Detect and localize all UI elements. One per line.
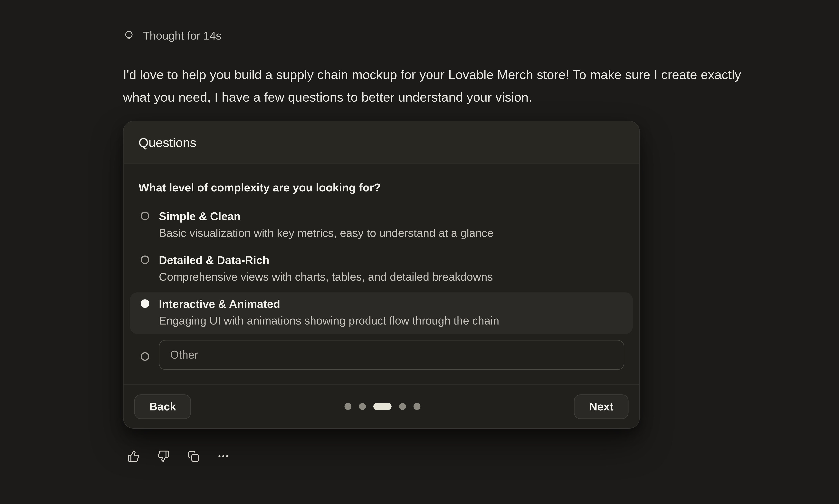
next-button[interactable]: Next (574, 394, 628, 419)
thought-label: Thought for 14s (143, 29, 222, 42)
message-actions (127, 450, 839, 462)
option-other[interactable] (130, 336, 633, 374)
pagination-dot[interactable] (414, 403, 421, 410)
radio-button[interactable] (141, 352, 149, 361)
questions-card-footer: Back Next (124, 384, 639, 428)
card-title: Questions (139, 135, 196, 150)
option-interactive-animated[interactable]: Interactive & Animated Engaging UI with … (130, 292, 633, 334)
option-description: Comprehensive views with charts, tables,… (159, 268, 493, 286)
radio-button[interactable] (141, 212, 149, 220)
pagination-dots (345, 403, 421, 410)
back-button[interactable]: Back (134, 394, 191, 419)
questions-card-header: Questions (124, 121, 639, 164)
thumbs-down-button[interactable] (157, 450, 170, 462)
thumbs-up-icon (127, 450, 140, 462)
pagination-dot[interactable] (399, 403, 406, 410)
options-list: Simple & Clean Basic visualization with … (130, 205, 633, 374)
option-simple-clean[interactable]: Simple & Clean Basic visualization with … (130, 205, 633, 247)
radio-button[interactable] (141, 299, 149, 308)
pagination-dot-active[interactable] (373, 403, 392, 410)
pagination-dot[interactable] (359, 403, 366, 410)
lightbulb-icon (123, 30, 135, 42)
question-text: What level of complexity are you looking… (139, 181, 624, 194)
option-label: Simple & Clean (159, 209, 493, 224)
thumbs-down-icon (157, 450, 170, 462)
more-icon (217, 450, 230, 462)
copy-icon (187, 450, 199, 462)
option-detailed-data-rich[interactable]: Detailed & Data-Rich Comprehensive views… (130, 249, 633, 290)
questions-card: Questions What level of complexity are y… (123, 121, 640, 429)
thumbs-up-button[interactable] (127, 450, 140, 462)
option-label: Interactive & Animated (159, 297, 499, 311)
option-description: Engaging UI with animations showing prod… (159, 311, 499, 330)
pagination-dot[interactable] (345, 403, 351, 410)
option-description: Basic visualization with key metrics, ea… (159, 224, 493, 242)
option-label: Detailed & Data-Rich (159, 253, 493, 268)
radio-button[interactable] (141, 255, 149, 264)
other-input[interactable] (159, 340, 624, 370)
more-button[interactable] (217, 450, 230, 462)
assistant-response: Thought for 14s I'd love to help you bui… (0, 0, 839, 504)
thought-summary[interactable]: Thought for 14s (0, 0, 222, 42)
copy-button[interactable] (187, 450, 199, 462)
questions-card-body: What level of complexity are you looking… (124, 164, 639, 384)
assistant-message-text: I'd love to help you build a supply chai… (123, 64, 744, 108)
